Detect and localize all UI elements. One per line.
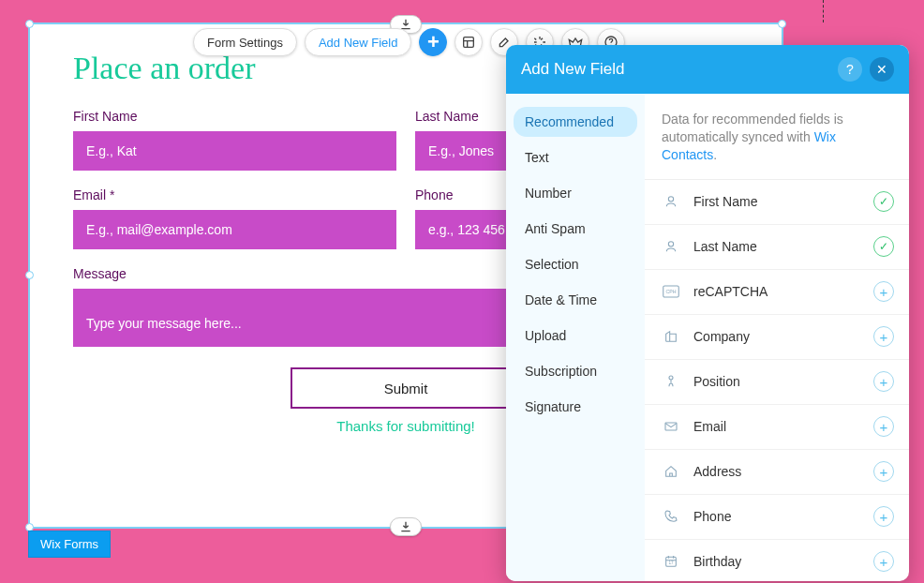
svg-text:17: 17: [668, 561, 674, 566]
field-option-phone[interactable]: Phone: [645, 495, 909, 540]
field-option-first-name[interactable]: First Name: [645, 180, 909, 225]
home-icon: [660, 464, 682, 479]
field-label: Email *: [73, 187, 396, 202]
field-option-last-name[interactable]: Last Name: [645, 225, 909, 270]
phone-icon: [660, 509, 682, 524]
field-option-birthday[interactable]: 17Birthday: [645, 540, 909, 581]
add-field-button[interactable]: [873, 551, 894, 572]
email-input[interactable]: [73, 210, 396, 249]
field-option-address[interactable]: Address: [645, 450, 909, 495]
resize-handle[interactable]: [25, 271, 34, 279]
submit-button[interactable]: Submit: [291, 367, 521, 409]
added-indicator: [873, 236, 894, 257]
person-icon: [660, 194, 682, 209]
add-field-button[interactable]: [873, 326, 894, 347]
added-indicator: [873, 191, 894, 212]
download-icon: [398, 519, 413, 534]
add-field-button[interactable]: [873, 371, 894, 392]
field-option-label: Address: [693, 464, 873, 479]
ruler-guide: [823, 0, 824, 22]
add-button[interactable]: +: [419, 28, 447, 56]
add-field-button[interactable]: [873, 416, 894, 437]
category-anti-spam[interactable]: Anti Spam: [514, 214, 637, 244]
category-signature[interactable]: Signature: [514, 392, 637, 422]
panel-help-button[interactable]: ?: [838, 57, 862, 82]
category-subscription[interactable]: Subscription: [514, 356, 637, 386]
field-option-position[interactable]: Position: [645, 360, 909, 405]
panel-title: Add New Field: [521, 60, 625, 79]
add-field-button[interactable]: [873, 506, 894, 527]
field-option-company[interactable]: Company: [645, 315, 909, 360]
svg-text:CPH: CPH: [665, 289, 676, 294]
field-email: Email *: [73, 187, 396, 249]
resize-handle[interactable]: [25, 20, 34, 28]
calendar-icon: 17: [660, 554, 682, 569]
panel-header: Add New Field ? ✕: [506, 45, 909, 94]
field-option-label: Phone: [693, 509, 873, 524]
category-selection[interactable]: Selection: [514, 249, 637, 279]
desc-end: .: [713, 147, 717, 162]
field-option-label: Birthday: [693, 554, 873, 569]
category-list: Recommended Text Number Anti Spam Select…: [506, 94, 645, 581]
layout-icon: [461, 35, 476, 50]
field-list: First NameLast NameCPHreCAPTCHACompanyPo…: [645, 180, 909, 581]
field-option-label: Last Name: [693, 239, 873, 254]
panel-close-button[interactable]: ✕: [870, 57, 894, 82]
svg-rect-5: [665, 423, 677, 430]
field-option-label: reCAPTCHA: [693, 284, 873, 299]
field-option-recaptcha[interactable]: CPHreCAPTCHA: [645, 270, 909, 315]
position-icon: [660, 374, 682, 389]
layout-button[interactable]: [455, 28, 483, 56]
element-tag[interactable]: Wix Forms: [28, 531, 111, 558]
field-option-label: Company: [693, 329, 873, 344]
fields-column: Data for recommended fields is automatic…: [645, 94, 909, 581]
add-field-panel: Add New Field ? ✕ Recommended Text Numbe…: [506, 45, 909, 581]
form-settings-button[interactable]: Form Settings: [193, 28, 297, 56]
category-number[interactable]: Number: [514, 178, 637, 208]
stretch-handle-bottom[interactable]: [390, 517, 422, 536]
add-field-button[interactable]: [873, 281, 894, 302]
first-name-input[interactable]: [73, 131, 396, 171]
field-option-label: Position: [693, 374, 873, 389]
category-date-time[interactable]: Date & Time: [514, 285, 637, 315]
field-option-label: Email: [693, 419, 873, 434]
mail-icon: [660, 419, 682, 434]
captcha-icon: CPH: [660, 285, 682, 298]
fields-description: Data for recommended fields is automatic…: [645, 94, 909, 180]
person-icon: [660, 239, 682, 254]
resize-handle[interactable]: [778, 20, 786, 28]
field-first-name: First Name: [73, 109, 396, 171]
category-text[interactable]: Text: [514, 142, 637, 172]
add-field-button[interactable]: [873, 461, 894, 482]
company-icon: [660, 329, 682, 344]
field-label: First Name: [73, 109, 396, 124]
svg-rect-0: [464, 37, 474, 48]
field-option-label: First Name: [693, 194, 873, 209]
field-option-email[interactable]: Email: [645, 405, 909, 450]
category-recommended[interactable]: Recommended: [514, 107, 637, 137]
category-upload[interactable]: Upload: [514, 321, 637, 351]
add-new-field-button[interactable]: Add New Field: [305, 28, 412, 56]
